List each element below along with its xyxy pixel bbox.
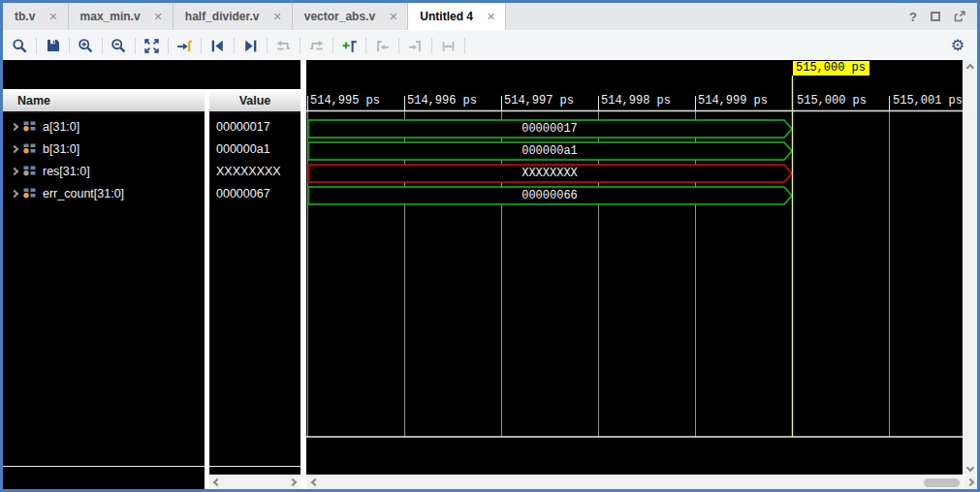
float-icon[interactable]: [954, 11, 965, 22]
value-header-label: Value: [239, 94, 271, 108]
save-configuration-button[interactable]: [40, 33, 66, 58]
signal-row-a[interactable]: a[31:0]: [3, 115, 205, 138]
zoom-fit-icon: [143, 38, 160, 54]
toolbar-separator: [36, 38, 37, 54]
value-row[interactable]: XXXXXXXX: [209, 160, 300, 182]
tab-max-min-v[interactable]: max_min.v ✕: [69, 3, 174, 30]
next-marker-icon: [407, 38, 424, 54]
scroll-left-icon[interactable]: [213, 478, 221, 486]
toolbar-separator: [365, 38, 366, 54]
close-icon[interactable]: ✕: [487, 11, 495, 23]
value-row[interactable]: 00000067: [209, 182, 300, 204]
previous-edge-button[interactable]: [270, 33, 297, 58]
wave-window-body: Name a[31:0]: [3, 60, 977, 489]
swap-cursors-button[interactable]: [435, 33, 461, 58]
settings-gear-icon[interactable]: ⚙: [951, 37, 964, 53]
tab-label: Untitled 4: [420, 10, 473, 23]
previous-transition-icon: [209, 38, 226, 54]
toolbar-separator: [267, 38, 268, 54]
add-marker-icon: [341, 38, 358, 54]
search-button[interactable]: [7, 33, 33, 58]
tab-tb-v[interactable]: tb.v ✕: [3, 3, 69, 30]
next-marker-button[interactable]: [402, 33, 428, 58]
value-row[interactable]: 00000017: [209, 115, 300, 138]
scroll-corner-right-button[interactable]: [964, 475, 977, 489]
value-column: Value 00000017 000000a1 XXXXXXXX 0000006…: [209, 89, 300, 489]
scroll-down-icon: [966, 463, 974, 471]
previous-marker-button[interactable]: [369, 33, 395, 58]
scroll-right-icon[interactable]: [289, 478, 297, 486]
scroll-up-button[interactable]: [964, 60, 977, 75]
expand-chevron-icon[interactable]: [11, 167, 18, 174]
expand-chevron-icon[interactable]: [11, 144, 18, 152]
next-transition-button[interactable]: [237, 33, 264, 58]
close-icon[interactable]: ✕: [154, 11, 163, 23]
signal-name: res[31:0]: [43, 165, 90, 178]
panel-divider-line: [209, 466, 300, 467]
tab-label: tb.v: [15, 10, 35, 23]
scroll-left-icon[interactable]: [311, 478, 319, 486]
zoom-fit-button[interactable]: [139, 33, 165, 58]
tab-untitled-4[interactable]: Untitled 4 ✕: [408, 3, 506, 30]
expand-chevron-icon[interactable]: [11, 189, 18, 197]
close-icon[interactable]: ✕: [48, 11, 57, 23]
next-edge-button[interactable]: [303, 33, 330, 58]
ruler-tick-label: 514,996 ps: [407, 94, 477, 108]
signal-row-err-count[interactable]: err_count[31:0]: [3, 182, 205, 204]
close-icon[interactable]: ✕: [389, 11, 397, 23]
help-icon[interactable]: ?: [909, 10, 917, 24]
search-icon: [12, 38, 28, 54]
scroll-down-button[interactable]: [964, 460, 977, 475]
value-column-header[interactable]: Value: [209, 89, 300, 113]
signal-row-b[interactable]: b[31:0]: [3, 138, 205, 160]
bus-value-b: 000000a1: [453, 144, 647, 159]
value-row[interactable]: 000000a1: [209, 138, 300, 160]
tab-bar: tb.v ✕ max_min.v ✕ half_divider.v ✕ vect…: [3, 3, 977, 30]
zoom-in-icon: [78, 38, 94, 54]
bus-value-res: XXXXXXXX: [453, 167, 647, 181]
signal-panel-top-strip: [3, 60, 300, 89]
tabbar-window-controls: ?: [909, 3, 977, 30]
go-to-time-cursor-icon: [176, 38, 193, 54]
tab-half-divider-v[interactable]: half_divider.v ✕: [174, 3, 293, 30]
next-edge-icon: [308, 38, 325, 54]
wave-toolbar: ⚙: [3, 30, 977, 60]
toolbar-separator: [102, 38, 103, 54]
toolbar-separator: [300, 38, 300, 54]
next-transition-icon: [242, 38, 259, 54]
close-icon[interactable]: ✕: [273, 11, 282, 23]
go-to-time-cursor-button[interactable]: [172, 33, 198, 58]
toolbar-right: ⚙: [951, 37, 977, 54]
bus-value-err-count: 00000066: [453, 189, 647, 203]
toolbar-separator: [332, 38, 333, 54]
swap-cursors-icon: [440, 38, 457, 54]
signal-name: a[31:0]: [43, 120, 79, 134]
toolbar-separator: [135, 38, 136, 54]
wave-hscrollbar[interactable]: [306, 475, 963, 489]
signal-row-res[interactable]: res[31:0]: [3, 160, 205, 182]
bus-signal-icon: [23, 121, 37, 132]
tab-vector-abs-v[interactable]: vector_abs.v ✕: [293, 3, 409, 30]
name-column-header[interactable]: Name: [3, 89, 205, 113]
zoom-in-button[interactable]: [73, 33, 99, 58]
signal-value: 00000017: [216, 120, 270, 134]
expand-chevron-icon[interactable]: [11, 122, 18, 130]
wave-canvas[interactable]: 515,000 ps 514,995 ps 514,996 ps 514,997…: [306, 60, 963, 489]
signal-name-rows: a[31:0] b[31:0]: [3, 113, 205, 204]
zoom-out-button[interactable]: [106, 33, 132, 58]
previous-transition-button[interactable]: [205, 33, 231, 58]
toolbar-separator: [464, 38, 465, 54]
ruler-tick-label: 515,000 ps: [797, 94, 867, 108]
cursor-time-flag[interactable]: 515,000 ps: [793, 61, 869, 76]
wave-vscrollbar[interactable]: [963, 60, 977, 489]
value-column-hscrollbar[interactable]: [209, 475, 300, 489]
bus-signal-icon: [23, 188, 37, 199]
signal-panel: Name a[31:0]: [3, 60, 300, 489]
add-marker-button[interactable]: [336, 33, 363, 58]
ruler-tick-label: 514,998 ps: [601, 94, 671, 108]
hscroll-thumb[interactable]: [924, 478, 960, 487]
signal-name: b[31:0]: [43, 142, 79, 156]
tab-label: half_divider.v: [185, 10, 260, 23]
maximize-icon[interactable]: [931, 12, 940, 21]
scroll-up-icon: [966, 63, 974, 71]
